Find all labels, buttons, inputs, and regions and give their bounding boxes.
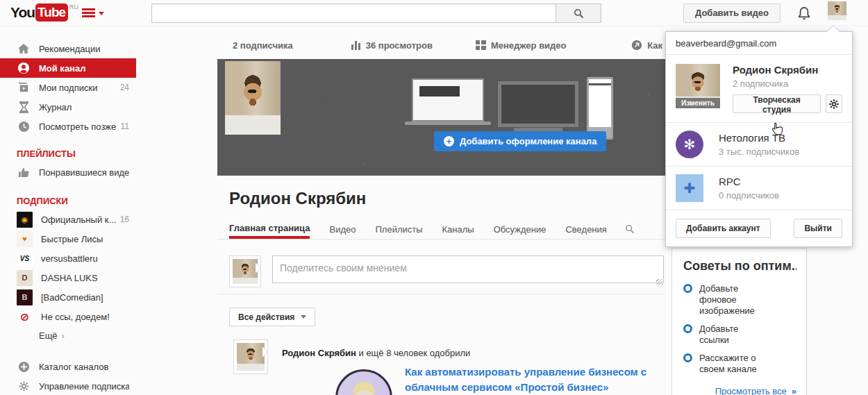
bell-icon — [796, 5, 812, 22]
search-input[interactable] — [151, 3, 556, 23]
tab-playlists[interactable]: Плейлисты — [375, 219, 422, 239]
all-actions-dropdown[interactable]: Все действия — [229, 308, 315, 326]
tips-card-title: Советы по оптим... — [683, 259, 796, 274]
user-avatar — [233, 259, 258, 284]
account-subscribers: 3 тыс. подписчиков — [719, 146, 799, 157]
sidebar-item-history[interactable]: Журнал — [0, 97, 136, 117]
search-button[interactable] — [556, 3, 601, 23]
youtube-page: You Tube RU Добавить видео Ре — [0, 0, 868, 395]
sidebar-item-liked-videos[interactable]: Понравившиеся видео — [0, 162, 136, 182]
channel-avatar: ✚ — [676, 174, 703, 202]
masthead: You Tube RU Добавить видео — [0, 0, 868, 26]
sidebar-subscription-channel[interactable]: ◉ Официальный к... 16 — [0, 210, 136, 229]
views-count: 36 просмотров — [366, 40, 433, 51]
subscription-label: Не ссы, доедем! — [41, 312, 110, 322]
spacer — [0, 344, 136, 357]
video-title-link[interactable]: Как автоматизировать управление бизнесом… — [405, 364, 669, 395]
hamburger-icon — [82, 8, 95, 19]
youtube-logo[interactable]: You Tube RU — [10, 3, 78, 22]
sidebar-subscription-channel[interactable]: VS versusbattleru — [0, 249, 136, 268]
sign-out-button[interactable]: Выйти — [794, 219, 842, 238]
chevron-down-icon — [99, 12, 104, 18]
channel-tabs: Главная страница Видео Плейлисты Каналы … — [217, 219, 665, 239]
sidebar-subscription-channel[interactable]: ♥ Быстрые Лисы — [0, 229, 136, 249]
account-name: Нетология ТВ — [719, 132, 799, 144]
creator-studio-button[interactable]: Творческая студия — [733, 94, 821, 113]
tab-discussion[interactable]: Обсуждение — [494, 219, 546, 239]
divider — [217, 294, 665, 294]
account-avatar-button[interactable] — [828, 1, 846, 20]
view-as-icon — [631, 40, 642, 51]
upload-video-button[interactable]: Добавить видео — [683, 3, 781, 23]
feed-actor-name[interactable]: Родион Скрябин — [282, 348, 356, 358]
gear-icon — [828, 99, 840, 110]
account-subscribers: 0 подписчиков — [719, 190, 779, 201]
sidebar-item-label: Каталог каналов — [39, 362, 108, 372]
sidebar-item-subscriptions-feed[interactable]: Мои подписки 24 — [0, 78, 136, 97]
person-icon — [17, 61, 31, 75]
add-channel-art-label: Добавить оформление канала — [460, 136, 596, 146]
tab-channels[interactable]: Каналы — [442, 219, 474, 239]
all-actions-label: Все действия — [238, 312, 294, 322]
guide-toggle-button[interactable] — [82, 8, 104, 19]
notifications-button[interactable] — [796, 5, 812, 22]
account-email: beaverbeard@gmail.com — [666, 32, 852, 55]
video-manager-label: Менеджер видео — [491, 40, 567, 51]
edit-avatar-button[interactable]: Изменить — [676, 64, 720, 108]
tip-item-background-image[interactable]: Добавьте фоновое изображение — [683, 283, 796, 317]
feed-avatar — [233, 339, 268, 374]
view-all-tips-link[interactable]: Просмотреть все» — [683, 386, 796, 395]
clock-icon — [17, 119, 31, 133]
tip-text: Расскажите о своем канале — [699, 353, 770, 375]
sidebar-more-button[interactable]: Ещё › — [0, 326, 136, 344]
sidebar-subscription-channel[interactable]: D DASHA LUKS — [0, 268, 136, 287]
feed-action-text: и ещё 8 человек одобрили — [356, 348, 470, 358]
view-as-link[interactable]: Как — [631, 40, 662, 51]
sidebar-subscription-channel[interactable]: B [BadComedian] — [0, 287, 136, 307]
logo-you-text: You — [10, 3, 35, 22]
channel-search-button[interactable] — [625, 219, 635, 239]
bar-chart-icon — [351, 41, 361, 50]
subscribers-stat: 2 подписчика — [233, 40, 293, 51]
sidebar-item-my-channel[interactable]: Мой канал — [0, 58, 136, 78]
sidebar-item-manage-subscriptions[interactable]: Управление подписками — [0, 376, 136, 395]
video-manager-link[interactable]: Менеджер видео — [476, 40, 567, 51]
add-channel-art-button[interactable]: + Добавить оформление канала — [434, 131, 606, 151]
switch-account-row[interactable]: ✻ Нетология ТВ 3 тыс. подписчиков — [666, 123, 852, 167]
sidebar-item-browse-channels[interactable]: Каталог каналов — [0, 357, 136, 376]
subscription-label: Официальный к... — [41, 215, 116, 225]
sidebar-subscription-channel[interactable]: ⊘ Не ссы, доедем! — [0, 307, 136, 326]
sidebar-item-watch-later[interactable]: Посмотреть позже 11 — [0, 117, 136, 136]
composer-input[interactable] — [272, 255, 664, 283]
views-stat[interactable]: 36 просмотров — [351, 40, 433, 51]
subscribers-count: 2 подписчика — [233, 40, 293, 51]
hourglass-icon — [17, 100, 31, 114]
tab-home[interactable]: Главная страница — [229, 219, 310, 239]
chevron-down-icon — [301, 315, 306, 321]
settings-button[interactable] — [826, 94, 842, 113]
radio-circle-icon — [683, 353, 692, 362]
tab-about[interactable]: Сведения — [565, 219, 606, 239]
sidebar-item-recommendations[interactable]: Рекомендации — [0, 39, 136, 58]
search-icon — [625, 224, 635, 234]
account-dropdown-menu: beaverbeard@gmail.com Изменить Родион Ск… — [665, 31, 853, 247]
spacer — [17, 328, 31, 342]
resize-grip[interactable] — [656, 279, 662, 285]
channel-avatar[interactable] — [225, 61, 281, 135]
channel-avatar: ◉ — [17, 212, 33, 228]
view-all-label: Просмотреть все — [715, 386, 787, 395]
tip-item-channel-description[interactable]: Расскажите о своем канале — [683, 353, 796, 375]
optimization-tips-card: Советы по оптим... Добавьте фоновое изоб… — [671, 248, 807, 395]
composer-avatar — [229, 255, 261, 287]
channel-avatar: B — [17, 289, 33, 305]
gear-icon — [17, 379, 31, 393]
logo-region-label: RU — [69, 3, 78, 10]
switch-account-row[interactable]: ✚ RPC 0 подписчиков — [666, 167, 852, 210]
double-chevron-icon: » — [792, 386, 796, 395]
current-account-row: Изменить Родион Скрябин 2 подписчика Тво… — [666, 55, 852, 123]
sidebar-item-count: 11 — [121, 121, 129, 131]
tip-item-add-links[interactable]: Добавьте ссылки — [683, 323, 796, 346]
subscriptions-icon — [17, 81, 31, 94]
tab-videos[interactable]: Видео — [329, 219, 356, 239]
add-account-button[interactable]: Добавить аккаунт — [676, 219, 771, 238]
